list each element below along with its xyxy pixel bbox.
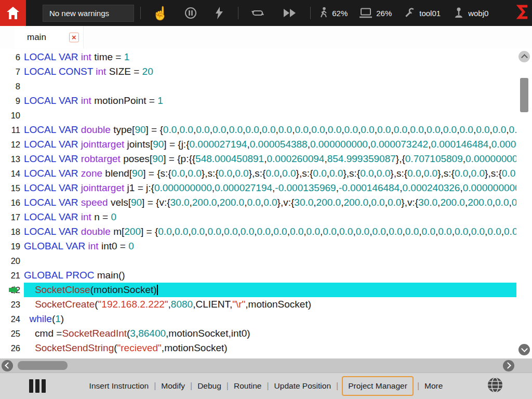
code-text: SocketClose(motionSocket) (24, 283, 516, 297)
line-number: 15 (0, 181, 24, 195)
code-line-22[interactable]: 22 SocketClose(motionSocket) (0, 283, 516, 297)
code-line-16[interactable]: 16LOCAL VAR speed vels[90] = {v:{30.0,20… (0, 195, 516, 210)
tool-indicator[interactable]: tool01 (403, 7, 441, 19)
wrench-icon (403, 7, 416, 19)
menu-insert-instruction[interactable]: Insert Instruction (87, 381, 152, 391)
walking-person-icon (319, 7, 328, 19)
loop-mode-icon[interactable] (250, 7, 265, 19)
code-text: LOCAL VAR int n = 0 (24, 210, 516, 224)
vertical-scroll-thumb[interactable] (520, 78, 528, 112)
bottom-toolbar: Insert Instruction | Modify | Debug | Ro… (0, 373, 532, 399)
line-number: 10 (0, 108, 24, 123)
code-line-17[interactable]: 17LOCAL VAR int n = 0 (0, 210, 516, 224)
line-number: 9 (0, 94, 24, 108)
tab-bar: main × (0, 26, 532, 49)
code-line-6[interactable]: 6LOCAL VAR int time = 1 (0, 50, 516, 64)
code-line-15[interactable]: 15LOCAL VAR jointtarget j1 = j:{0.000000… (0, 181, 516, 195)
joystick-icon (453, 7, 464, 19)
keyboard-icon[interactable] (29, 379, 46, 393)
code-line-23[interactable]: 23 SocketCreate("192.168.2.222",8080,CLI… (0, 297, 516, 312)
menu-debug[interactable]: Debug (195, 381, 224, 391)
code-line-9[interactable]: 9LOCAL VAR int motionPoint = 1 (0, 94, 516, 108)
tab-main[interactable]: main × (15, 26, 84, 48)
chevron-up-icon (521, 54, 528, 61)
code-text: LOCAL VAR int time = 1 (24, 50, 516, 64)
separator (238, 7, 238, 19)
code-editor[interactable]: 6LOCAL VAR int time = 17LOCAL CONST int … (0, 49, 532, 358)
menu-project-manager[interactable]: Project Manager (342, 376, 414, 396)
code-line-21[interactable]: 21GLOBAL PROC main() (0, 268, 516, 283)
scroll-left-button[interactable] (2, 360, 13, 371)
code-line-10[interactable]: 10 (0, 108, 516, 123)
execution-pointer-icon (9, 288, 14, 292)
menu-modify[interactable]: Modify (158, 381, 188, 391)
code-text: LOCAL VAR speed vels[90] = {v:{30.0,200.… (24, 195, 516, 210)
code-line-18[interactable]: 18LOCAL VAR double m[200] = {0.0,0.0,0.0… (0, 224, 516, 239)
lightning-icon[interactable] (214, 6, 224, 20)
line-number: 19 (0, 239, 24, 254)
tab-close-icon[interactable]: × (69, 32, 79, 42)
code-line-13[interactable]: 13LOCAL VAR robtarget poses[90] = {p:{{5… (0, 152, 516, 166)
scroll-right-button[interactable] (503, 360, 514, 371)
line-number: 21 (0, 268, 24, 283)
code-text: GLOBAL PROC main() (24, 268, 516, 283)
code-line-8[interactable]: 8 (0, 79, 516, 94)
code-text: LOCAL VAR int motionPoint = 1 (24, 94, 516, 108)
code-area: 6LOCAL VAR int time = 17LOCAL CONST int … (0, 50, 516, 358)
chevron-left-icon (5, 362, 11, 369)
hand-guide-icon[interactable]: ☝ (152, 7, 168, 20)
line-number: 18 (0, 224, 24, 239)
code-text: SocketSendString("recieved",motionSocket… (24, 341, 516, 355)
chevron-down-icon (521, 345, 528, 352)
code-line-14[interactable]: 14LOCAL VAR zone blend[90] = {s:{0.0,0.0… (0, 166, 516, 181)
horizontal-scroll-thumb[interactable] (18, 361, 68, 370)
menu-update-position[interactable]: Update Position (272, 381, 334, 391)
load-indicator[interactable]: 26% (359, 7, 392, 19)
menu-more[interactable]: More (422, 381, 445, 391)
code-text (24, 79, 516, 94)
scroll-up-button[interactable] (518, 51, 530, 62)
code-line-11[interactable]: 11LOCAL VAR double type[90] = {0.0,0.0,0… (0, 123, 516, 137)
line-number: 11 (0, 123, 24, 137)
wobj-label: wobj0 (468, 9, 488, 18)
load-percent: 26% (376, 9, 392, 18)
line-number: 20 (0, 254, 24, 268)
line-number: 16 (0, 195, 24, 210)
line-number: 17 (0, 210, 24, 224)
vertical-scrollbar[interactable] (516, 49, 532, 358)
code-line-24[interactable]: 24 while(1) (0, 312, 516, 326)
scroll-down-button[interactable] (518, 344, 530, 355)
pause-icon[interactable] (184, 6, 197, 20)
line-number: 8 (0, 79, 24, 94)
app-logo[interactable] (0, 0, 26, 26)
code-text: cmd =SocketReadInt(3,86400,motionSocket,… (24, 326, 516, 341)
warning-status[interactable]: No new warnings (43, 5, 134, 22)
code-line-26[interactable]: 26 SocketSendString("recieved",motionSoc… (0, 341, 516, 355)
wobj-indicator[interactable]: wobj0 (453, 7, 488, 19)
code-text: LOCAL VAR double type[90] = {0.0,0.0,0.0… (24, 123, 516, 137)
text-cursor (157, 285, 158, 295)
line-number: 26 (0, 341, 24, 355)
menu-routine[interactable]: Routine (231, 381, 264, 391)
code-text: LOCAL VAR jointtarget j1 = j:{0.00000000… (24, 181, 516, 195)
code-text: LOCAL VAR double m[200] = {0.0,0.0,0.0,0… (24, 224, 516, 239)
code-line-19[interactable]: 19GLOBAL VAR int int0 = 0 (0, 239, 516, 254)
toolbar-menu: Insert Instruction | Modify | Debug | Ro… (46, 376, 486, 396)
code-line-20[interactable]: 20 (0, 254, 516, 268)
globe-icon[interactable] (486, 376, 504, 396)
code-text: while(1) (24, 312, 516, 326)
code-line-25[interactable]: 25 cmd =SocketReadInt(3,86400,motionSock… (0, 326, 516, 341)
code-line-7[interactable]: 7LOCAL CONST int SIZE = 20 (0, 64, 516, 79)
line-number: 24 (0, 312, 24, 326)
speed-percent: 62% (332, 9, 348, 18)
home-icon (5, 5, 21, 21)
code-text (24, 254, 516, 268)
code-text: LOCAL VAR zone blend[90] = {s:{0.0,0.0},… (24, 166, 516, 181)
speed-ratio-indicator[interactable]: 62% (319, 7, 348, 19)
horizontal-scrollbar[interactable] (0, 358, 532, 373)
code-text (24, 108, 516, 123)
code-text: LOCAL VAR jointtarget joints[90] = {j:{0… (24, 137, 516, 152)
line-number: 13 (0, 152, 24, 166)
fast-forward-icon[interactable] (282, 8, 298, 18)
code-line-12[interactable]: 12LOCAL VAR jointtarget joints[90] = {j:… (0, 137, 516, 152)
